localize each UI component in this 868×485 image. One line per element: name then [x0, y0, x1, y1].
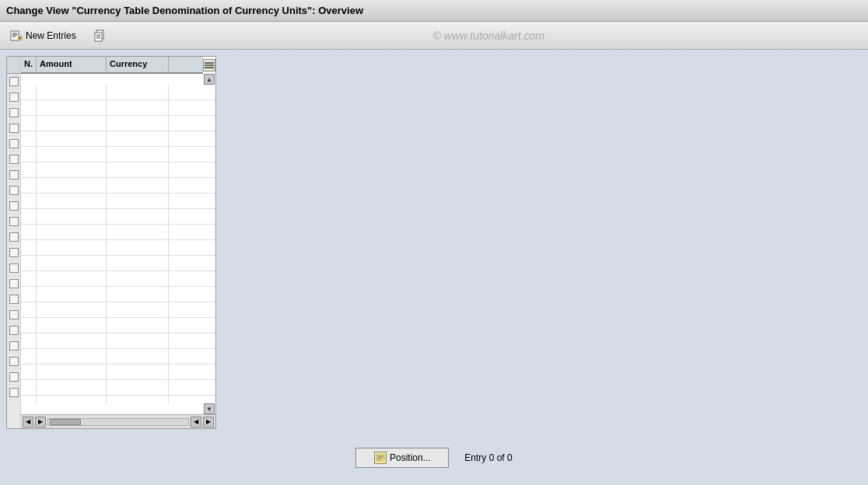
checkbox[interactable] — [9, 217, 19, 226]
sel-cell[interactable] — [7, 152, 20, 167]
horizontal-scrollbar[interactable]: ◀ ▶ ◀ ▶ — [21, 414, 215, 428]
checkbox[interactable] — [9, 357, 19, 366]
hscroll-jump-left[interactable]: ◀ — [191, 417, 201, 427]
sel-cell[interactable] — [7, 105, 20, 120]
sel-cell[interactable] — [7, 338, 20, 354]
checkbox[interactable] — [9, 248, 19, 257]
sel-cell[interactable] — [7, 323, 20, 338]
checkbox[interactable] — [9, 186, 19, 195]
sel-cell[interactable] — [7, 74, 20, 89]
table-body — [21, 85, 215, 403]
cell-amount — [37, 178, 107, 193]
checkbox[interactable] — [9, 232, 19, 242]
checkbox[interactable] — [9, 279, 19, 288]
cell-amount — [37, 349, 107, 364]
sel-cell[interactable] — [7, 369, 20, 385]
table-row[interactable] — [21, 318, 215, 333]
copy-button[interactable] — [86, 27, 110, 44]
sel-cell[interactable] — [7, 229, 20, 245]
cell-currency — [107, 318, 169, 333]
checkbox[interactable] — [9, 263, 19, 273]
cell-currency — [107, 194, 169, 208]
new-entries-button[interactable]: New Entries — [6, 27, 80, 44]
scroll-up-button[interactable]: ▲ — [204, 74, 215, 85]
cell-n — [21, 100, 37, 115]
cell-n — [21, 85, 37, 99]
checkbox[interactable] — [9, 310, 19, 319]
cell-n — [21, 194, 37, 208]
table-row[interactable] — [21, 349, 215, 365]
cell-amount — [37, 209, 107, 224]
table-row[interactable] — [21, 116, 215, 131]
table-container: N. Amount Currency ▲ — [6, 56, 216, 429]
table-row[interactable] — [21, 333, 215, 349]
table-row[interactable] — [21, 225, 215, 240]
cell-amount — [37, 256, 107, 270]
checkbox[interactable] — [9, 124, 19, 133]
cell-currency — [107, 100, 169, 115]
sel-cell[interactable] — [7, 120, 20, 136]
sel-cell[interactable] — [7, 276, 20, 291]
table-row[interactable] — [21, 209, 215, 225]
sel-cell[interactable] — [7, 167, 20, 183]
cell-n — [21, 256, 37, 270]
cell-currency — [107, 349, 169, 364]
new-entries-icon — [10, 30, 23, 42]
checkbox[interactable] — [9, 77, 19, 86]
table-row[interactable] — [21, 147, 215, 162]
sel-cell[interactable] — [7, 291, 20, 307]
table-row[interactable] — [21, 162, 215, 178]
table-row[interactable] — [21, 256, 215, 271]
checkbox[interactable] — [9, 108, 19, 117]
table-row[interactable] — [21, 131, 215, 147]
table-row[interactable] — [21, 85, 215, 100]
sel-cell[interactable] — [7, 385, 20, 400]
checkbox[interactable] — [9, 326, 19, 335]
cell-amount — [37, 318, 107, 333]
cell-currency — [107, 178, 169, 193]
sel-cell[interactable] — [7, 354, 20, 369]
cell-n — [21, 271, 37, 286]
sel-cell[interactable] — [7, 260, 20, 276]
checkbox[interactable] — [9, 295, 19, 304]
table-row[interactable] — [21, 396, 215, 403]
table-row[interactable] — [21, 302, 215, 318]
table-row[interactable] — [21, 194, 215, 209]
hscroll-left-button[interactable]: ◀ — [23, 417, 33, 427]
sel-cell[interactable] — [7, 136, 20, 152]
table-row[interactable] — [21, 271, 215, 287]
checkbox[interactable] — [9, 388, 19, 397]
checkbox[interactable] — [9, 201, 19, 211]
cell-n — [21, 240, 37, 255]
sel-cell[interactable] — [7, 89, 20, 105]
hscroll-jump-right[interactable]: ▶ — [203, 417, 214, 427]
checkbox[interactable] — [9, 372, 19, 382]
hscroll-track[interactable] — [47, 418, 189, 426]
checkbox[interactable] — [9, 155, 19, 164]
cell-currency — [107, 147, 169, 162]
sel-cell[interactable] — [7, 214, 20, 229]
sel-cell[interactable] — [7, 245, 20, 260]
sel-cell[interactable] — [7, 198, 20, 214]
checkbox[interactable] — [9, 139, 19, 148]
table-row[interactable] — [21, 240, 215, 256]
scroll-down-button[interactable]: ▼ — [204, 403, 215, 414]
new-entries-label: New Entries — [26, 30, 76, 41]
table-row[interactable] — [21, 365, 215, 380]
table-row[interactable] — [21, 178, 215, 194]
checkbox[interactable] — [9, 170, 19, 180]
cell-n — [21, 116, 37, 131]
svg-rect-14 — [205, 67, 214, 68]
table-row[interactable] — [21, 380, 215, 396]
sel-cell[interactable] — [7, 183, 20, 198]
hscroll-right-button[interactable]: ▶ — [35, 417, 46, 427]
cell-currency — [107, 131, 169, 146]
cell-currency — [107, 365, 169, 379]
table-row[interactable] — [21, 100, 215, 116]
position-button[interactable]: Position... — [355, 448, 449, 468]
checkbox[interactable] — [9, 341, 19, 351]
checkbox[interactable] — [9, 92, 19, 102]
table-row[interactable] — [21, 287, 215, 302]
column-settings-icon[interactable] — [203, 59, 215, 72]
sel-cell[interactable] — [7, 307, 20, 323]
